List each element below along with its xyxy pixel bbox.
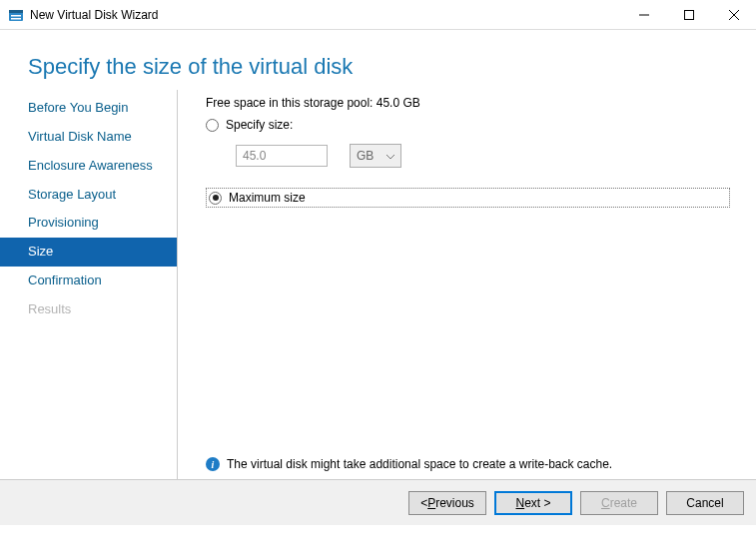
step-provisioning[interactable]: Provisioning <box>0 209 177 238</box>
unit-select[interactable]: GB <box>350 144 401 168</box>
step-results: Results <box>0 295 177 324</box>
unit-selected-label: GB <box>357 149 374 163</box>
step-enclosure-awareness[interactable]: Enclosure Awareness <box>0 152 177 181</box>
wizard-steps: Before You Begin Virtual Disk Name Enclo… <box>0 90 178 479</box>
chevron-down-icon <box>386 149 394 163</box>
maximize-button[interactable] <box>666 0 711 29</box>
cancel-button[interactable]: Cancel <box>666 491 744 515</box>
radio-specify-size[interactable] <box>206 119 219 132</box>
page-heading: Specify the size of the virtual disk <box>0 30 756 90</box>
svg-rect-2 <box>11 15 21 17</box>
radio-maximum-size[interactable] <box>209 192 222 205</box>
close-button[interactable] <box>711 0 756 29</box>
svg-rect-3 <box>11 18 21 20</box>
info-icon: i <box>206 457 220 471</box>
titlebar: New Virtual Disk Wizard <box>0 0 756 30</box>
specify-size-label: Specify size: <box>226 118 293 132</box>
maximum-size-label: Maximum size <box>229 191 306 205</box>
content-pane: Free space in this storage pool: 45.0 GB… <box>178 90 738 479</box>
step-storage-layout[interactable]: Storage Layout <box>0 181 177 210</box>
size-input[interactable] <box>236 145 328 167</box>
info-text: The virtual disk might take additional s… <box>227 457 612 471</box>
svg-rect-5 <box>684 10 693 19</box>
next-button[interactable]: Next > <box>494 491 572 515</box>
window-controls <box>621 0 756 29</box>
maximum-size-option[interactable]: Maximum size <box>206 188 730 208</box>
free-space-label: Free space in this storage pool: 45.0 GB <box>206 96 730 110</box>
size-input-row: GB <box>236 144 730 168</box>
svg-rect-1 <box>9 10 23 13</box>
wizard-footer: < Previous Next > Create Cancel <box>0 479 756 525</box>
info-row: i The virtual disk might take additional… <box>206 449 730 479</box>
create-button: Create <box>580 491 658 515</box>
step-before-you-begin[interactable]: Before You Begin <box>0 94 177 123</box>
step-size[interactable]: Size <box>0 238 177 267</box>
step-confirmation[interactable]: Confirmation <box>0 267 177 295</box>
specify-size-option[interactable]: Specify size: <box>206 118 730 132</box>
minimize-button[interactable] <box>621 0 666 29</box>
previous-button[interactable]: < Previous <box>408 491 486 515</box>
step-virtual-disk-name[interactable]: Virtual Disk Name <box>0 123 177 152</box>
window-title: New Virtual Disk Wizard <box>30 8 158 22</box>
app-icon <box>8 7 24 23</box>
